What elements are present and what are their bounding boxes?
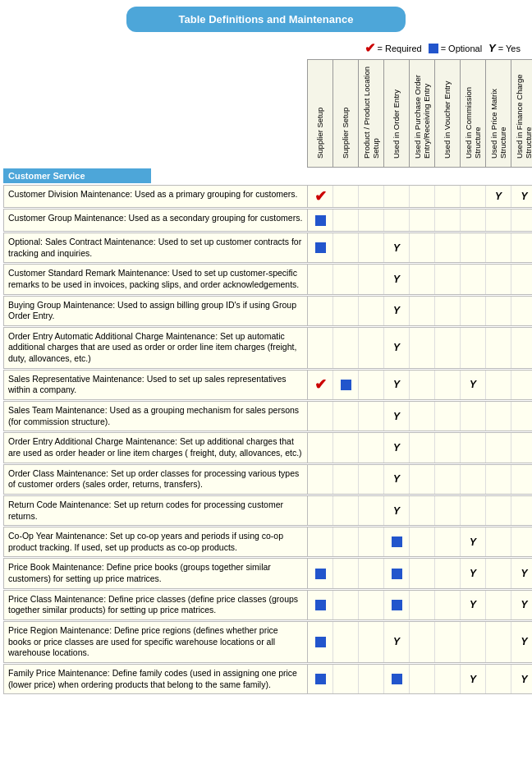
row-col-1	[333, 265, 359, 293]
row-col-1	[333, 591, 359, 619]
row-col-0	[308, 233, 333, 262]
row-cols: Y	[308, 465, 532, 494]
square-icon	[392, 536, 402, 547]
yes-value: Y	[393, 505, 400, 517]
row-col-2	[359, 402, 384, 431]
row-col-4	[410, 210, 435, 231]
col-header-text-3: Product / Product Location Setup	[362, 60, 381, 159]
table-row: Price Region Maintenance: Define price r…	[3, 621, 532, 663]
yes-value: Y	[495, 191, 502, 202]
row-col-4	[410, 496, 435, 525]
square-icon	[341, 380, 351, 390]
table-row: Customer Division Maintenance: Used as a…	[3, 185, 532, 208]
row-col-1	[333, 371, 359, 399]
yes-value: Y	[393, 242, 400, 254]
yes-value: Y	[470, 379, 476, 390]
row-col-0	[308, 433, 333, 462]
row-desc: Buying Group Maintenance: Used to assign…	[4, 297, 308, 325]
table-row: Sales Team Maintenance: Used as a groupi…	[3, 401, 532, 431]
row-col-2	[359, 265, 384, 293]
row-col-5	[435, 186, 461, 207]
row-col-1	[333, 622, 359, 662]
table-row: Price Class Maintenance: Define price cl…	[3, 590, 532, 620]
row-col-1	[333, 233, 359, 262]
row-col-4	[410, 402, 435, 431]
row-col-0	[308, 210, 333, 231]
yes-value: Y	[393, 379, 400, 390]
row-col-6: Y	[461, 559, 486, 587]
row-col-5	[435, 665, 461, 693]
optional-square-icon	[429, 44, 438, 53]
rows-container: Customer Division Maintenance: Used as a…	[3, 185, 532, 694]
table-row: Order Entry Additional Charge Maintenanc…	[3, 432, 532, 463]
row-cols: ✔YY	[308, 186, 532, 207]
col-header-9: Used in Finance Charge Structure	[511, 60, 532, 167]
row-col-6	[461, 297, 486, 325]
row-col-6: Y	[461, 665, 486, 693]
yes-value: Y	[393, 411, 400, 422]
row-col-5	[435, 233, 461, 262]
row-col-2	[359, 465, 384, 494]
section-header: Customer Service	[3, 168, 151, 183]
row-cols	[308, 210, 532, 231]
row-col-7	[486, 559, 511, 587]
row-col-6	[461, 265, 486, 293]
column-headers-row: Supplier Setup Supplier Setup Product / …	[3, 59, 532, 168]
col-header-text-1: Supplier Setup	[315, 60, 324, 159]
table-row: Order Entry Automatic Additional Charge …	[3, 327, 532, 369]
row-col-5	[435, 433, 461, 462]
row-col-7	[486, 371, 511, 399]
row-col-8: Y	[511, 665, 532, 693]
row-col-7	[486, 210, 511, 231]
page-title: Table Definitions and Maintenance	[126, 7, 406, 32]
row-desc: Price Region Maintenance: Define price r…	[4, 622, 308, 662]
row-col-6	[461, 233, 486, 262]
row-col-6: Y	[461, 371, 486, 399]
required-check-icon: ✔	[365, 40, 375, 56]
col-header-4: Used in Order Entry	[384, 60, 410, 167]
row-col-4	[410, 433, 435, 462]
row-cols: Y	[308, 527, 532, 556]
row-col-7	[486, 496, 511, 525]
row-cols: Y	[308, 265, 532, 293]
square-icon	[315, 242, 326, 253]
row-col-0	[308, 265, 333, 293]
square-icon	[315, 215, 326, 226]
row-col-3	[384, 527, 410, 556]
row-col-3: Y	[384, 433, 410, 462]
row-col-8	[511, 465, 532, 494]
row-col-6	[461, 402, 486, 431]
row-cols: YY	[308, 665, 532, 693]
row-col-0	[308, 297, 333, 325]
table-row: Sales Representative Maintenance: Used t…	[3, 370, 532, 400]
table-row: Co-Op Year Maintenance: Set up co-op yea…	[3, 527, 532, 557]
row-cols: YY	[308, 559, 532, 587]
row-cols: Y	[308, 233, 532, 262]
row-col-5	[435, 559, 461, 587]
yes-value: Y	[470, 568, 476, 579]
square-icon	[315, 637, 326, 647]
col-header-text-7: Used in Commission Structure	[464, 60, 483, 159]
legend-yes: Y = Yes	[488, 42, 521, 54]
row-col-7	[486, 233, 511, 262]
yes-y-icon: Y	[488, 42, 496, 54]
row-col-4	[410, 371, 435, 399]
row-col-0	[308, 465, 333, 494]
row-col-4	[410, 591, 435, 619]
row-cols: ✔YY	[308, 371, 532, 399]
row-desc: Customer Group Maintenance: Used as a se…	[4, 210, 308, 231]
yes-value: Y	[521, 191, 527, 202]
row-col-3	[384, 591, 410, 619]
desc-header-spacer	[3, 59, 307, 168]
row-col-5	[435, 465, 461, 494]
row-desc: Return Code Maintenance: Set up return c…	[4, 496, 308, 525]
yes-value: Y	[470, 536, 476, 548]
row-col-0: ✔	[308, 371, 333, 399]
row-col-2	[359, 371, 384, 399]
legend-required: ✔ = Required	[365, 40, 422, 56]
row-desc: Co-Op Year Maintenance: Set up co-op yea…	[4, 527, 308, 556]
yes-value: Y	[521, 674, 527, 685]
table-row: Price Book Maintenance: Define price boo…	[3, 558, 532, 588]
row-col-0	[308, 527, 333, 556]
yes-value: Y	[470, 599, 476, 610]
